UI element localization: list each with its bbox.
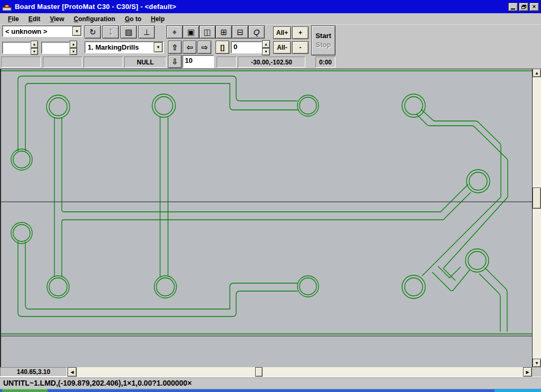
left-arrow-icon: ⇦: [186, 43, 193, 52]
pcb-traces: [18, 76, 508, 332]
spin-up-icon[interactable]: ▲: [262, 40, 270, 48]
y-step-spinner[interactable]: ▲ ▼: [70, 41, 77, 55]
close-button[interactable]: ×: [529, 3, 539, 11]
bracket-button[interactable]: []: [216, 41, 229, 54]
spin-down-icon[interactable]: ▼: [70, 48, 77, 55]
status-cell-2: [43, 57, 82, 68]
minimize-button[interactable]: [508, 3, 518, 11]
all-plus-button[interactable]: All+: [273, 26, 291, 39]
toolbar: < unknown > ▼ ↻ ↧ ▨ ⊥ ⌖ ▣ ◫ ⊞ ⊟ Q All+ +…: [0, 25, 541, 69]
spin-up-icon[interactable]: ▲: [31, 41, 38, 48]
jog-left-button[interactable]: ⇦: [183, 41, 197, 54]
spin-down-icon[interactable]: ▼: [31, 48, 38, 55]
x-step-spinner[interactable]: ▲ ▼: [31, 41, 38, 55]
y-step-input[interactable]: [41, 42, 70, 54]
system-tray-edge: [495, 389, 541, 392]
tool-combo-value: < unknown >: [3, 27, 72, 35]
head-down-button[interactable]: ↧: [102, 25, 119, 39]
board-canvas[interactable]: [0, 69, 533, 367]
status-cell-4: [217, 57, 237, 68]
step-value-spinner[interactable]: ▲ ▼: [262, 40, 270, 55]
right-arrow-icon: ▶: [526, 370, 529, 375]
close-icon: ×: [533, 4, 536, 10]
all-minus-button[interactable]: All-: [273, 41, 291, 54]
tool-exchange-icon: ⊥: [143, 27, 150, 37]
app-icon: [2, 3, 12, 11]
phase-combo-value: 1. MarkingDrills: [85, 43, 153, 51]
menu-view[interactable]: View: [45, 14, 69, 24]
milling-area-button[interactable]: ▨: [120, 25, 137, 39]
up-arrow-icon: ▲: [535, 71, 539, 76]
tool-status-cell: NULL: [124, 57, 166, 68]
chevron-down-icon[interactable]: ▼: [72, 26, 81, 36]
view-prev-icon: ⊞: [220, 27, 227, 37]
view-prev-button[interactable]: ⊞: [216, 25, 232, 39]
zoom-button[interactable]: Q: [248, 25, 265, 39]
down-arrow-icon: ▼: [535, 361, 539, 366]
move-head-button[interactable]: ⌖: [166, 25, 183, 39]
horizontal-scroll-thumb[interactable]: [255, 367, 263, 377]
vertical-scrollbar[interactable]: ▲ ▼: [533, 69, 541, 367]
time-readout: 0:00: [315, 57, 335, 68]
statusbar: UNTITL~1.LMD,(-109.879,202.406),1×1,0.00…: [0, 377, 541, 389]
move-head-icon: ⌖: [172, 27, 176, 37]
split-view-button[interactable]: ◫: [199, 25, 216, 39]
chevron-down-icon[interactable]: ▼: [154, 42, 163, 52]
pcb-artwork: [1, 69, 532, 367]
scroll-down-button[interactable]: ▼: [533, 359, 541, 367]
scroll-right-button[interactable]: ▶: [523, 367, 532, 377]
step-value-input[interactable]: 0: [231, 41, 262, 53]
cursor-coords-readout: 140.65,3.10: [0, 367, 67, 377]
view-next-button[interactable]: ⊟: [232, 25, 248, 39]
left-arrow-icon: ◀: [70, 370, 73, 375]
taskbar-highlight: [0, 389, 541, 389]
head-down-icon: ↧: [107, 27, 114, 37]
menu-goto[interactable]: Go to: [120, 14, 146, 24]
spin-up-icon[interactable]: ▲: [70, 41, 77, 48]
zoom-icon: Q: [254, 27, 260, 36]
taskbar-edge[interactable]: [0, 389, 541, 392]
jog-right-button[interactable]: ⇨: [198, 41, 211, 54]
position-readout: -30.00,-102.50: [238, 57, 305, 68]
scroll-left-button[interactable]: ◀: [68, 367, 77, 377]
phase-combo[interactable]: 1. MarkingDrills ▼: [85, 41, 164, 53]
right-arrow-icon: ⇨: [201, 43, 208, 52]
minimize-icon: [511, 8, 515, 10]
x-step-input[interactable]: [2, 42, 31, 54]
spindle-rotate-button[interactable]: ↻: [85, 25, 101, 39]
start-stop-button[interactable]: Start Stop: [311, 25, 335, 55]
app-window: Board Master [ProtoMat C30 - C30/S] - <d…: [0, 0, 541, 392]
window-title: Board Master [ProtoMat C30 - C30/S] - <d…: [15, 3, 176, 11]
board-outline: [1, 71, 532, 334]
restore-button[interactable]: [519, 3, 528, 11]
pane-dividers: [1, 202, 532, 336]
select-area-icon: ▣: [187, 27, 194, 37]
milling-area-icon: ▨: [125, 27, 132, 37]
up-arrow-icon: ⇧: [172, 43, 179, 52]
menu-edit[interactable]: Edit: [24, 14, 45, 24]
spin-down-icon[interactable]: ▼: [262, 48, 270, 56]
menu-file[interactable]: File: [3, 14, 24, 24]
status-message: UNTITL~1.LMD,(-109.879,202.406),1×1,0.00…: [3, 379, 192, 387]
menu-configuration[interactable]: Configuration: [69, 14, 120, 24]
spindle-rotate-icon: ↻: [89, 27, 96, 37]
tool-exchange-button[interactable]: ⊥: [138, 25, 155, 39]
stop-label: Stop: [316, 41, 331, 49]
minus-button[interactable]: -: [292, 41, 309, 54]
titlebar: Board Master [ProtoMat C30 - C30/S] - <d…: [0, 0, 541, 13]
tool-combo[interactable]: < unknown > ▼: [2, 25, 82, 37]
plus-button[interactable]: +: [292, 26, 309, 39]
down-arrow-icon: ⇩: [172, 57, 179, 67]
scroll-up-button[interactable]: ▲: [533, 69, 541, 77]
vertical-scroll-thumb[interactable]: [533, 188, 541, 209]
horizontal-scroll-track[interactable]: [77, 367, 523, 377]
jog-up-button[interactable]: ⇧: [168, 41, 182, 54]
pcb-pads: [11, 94, 490, 298]
select-area-button[interactable]: ▣: [183, 25, 199, 39]
restore-icon: [521, 5, 526, 9]
start-button-edge[interactable]: [2, 389, 48, 392]
menubar: File Edit View Configuration Go to Help: [0, 13, 541, 25]
jog-down-button[interactable]: ⇩: [168, 55, 182, 68]
feed-value-input[interactable]: 10: [182, 55, 214, 68]
menu-help[interactable]: Help: [146, 14, 170, 24]
